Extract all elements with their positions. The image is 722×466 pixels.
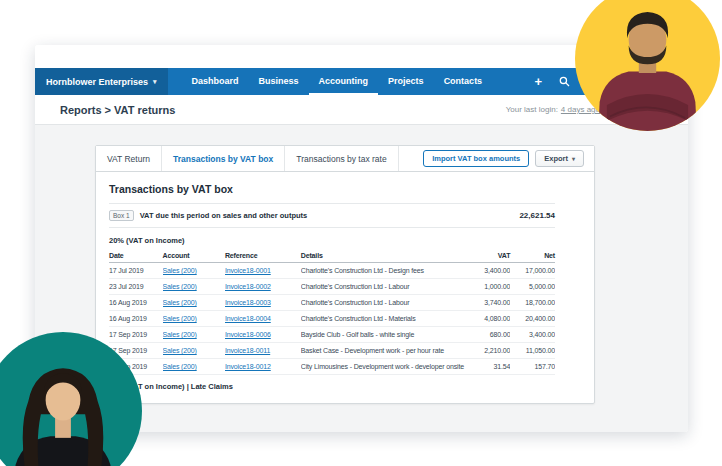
- cell-date: 23 Jul 2019: [109, 279, 163, 295]
- cell-net: 17,000.00: [510, 263, 555, 279]
- cell-net: 20,400.00: [510, 311, 555, 327]
- cell-reference: Invoice18-0011: [225, 343, 301, 359]
- tab-bar: VAT Return Transactions by VAT box Trans…: [96, 146, 594, 172]
- late-claims-heading: 20% (VAT on Income) | Late Claims: [109, 382, 555, 391]
- column-header-date: Date: [109, 248, 163, 263]
- table-row: 23 Jul 2019Sales (200)Invoice18-0002Char…: [109, 279, 555, 295]
- search-button[interactable]: [559, 76, 570, 87]
- cell-reference: Invoice18-0012: [225, 359, 301, 375]
- search-icon: [559, 76, 570, 87]
- cell-net: 157.70: [510, 359, 555, 375]
- column-header-account: Account: [163, 248, 225, 263]
- cell-vat: 1,000.00: [470, 279, 510, 295]
- last-login: Your last login:4 days ago: [506, 105, 600, 114]
- vat-table-body: 17 Jul 2019Sales (200)Invoice18-0001Char…: [109, 263, 555, 375]
- last-login-label: Your last login:: [506, 105, 558, 114]
- column-header-reference: Reference: [225, 248, 301, 263]
- import-vat-box-amounts-button[interactable]: Import VAT box amounts: [423, 150, 529, 167]
- cell-date: 17 Jul 2019: [109, 263, 163, 279]
- box-label: VAT due this period on sales and other o…: [140, 211, 308, 220]
- cell-net: 11,050.00: [510, 343, 555, 359]
- account-link[interactable]: Sales (200): [163, 331, 197, 338]
- nav-item-accounting[interactable]: Accounting: [309, 68, 379, 95]
- nav-item-projects[interactable]: Projects: [378, 68, 434, 95]
- tab-transactions-by-tax-rate[interactable]: Transactions by tax rate: [285, 146, 398, 171]
- table-header-row: Date Account Reference Details VAT Net: [109, 248, 555, 263]
- cell-account: Sales (200): [163, 279, 225, 295]
- table-row: 16 Aug 2019Sales (200)Invoice18-0003Char…: [109, 295, 555, 311]
- cell-reference: Invoice18-0003: [225, 295, 301, 311]
- plus-icon: +: [534, 74, 542, 89]
- cell-details: Bayside Club - Golf balls - white single: [301, 327, 470, 343]
- cell-net: 18,700.00: [510, 295, 555, 311]
- table-row: 17 Jul 2019Sales (200)Invoice18-0001Char…: [109, 263, 555, 279]
- org-switcher[interactable]: Hornblower Enterprises ▾: [35, 68, 168, 95]
- breadcrumb: Reports > VAT returns: [60, 104, 175, 116]
- cell-details: City Limousines - Development work - dev…: [301, 359, 470, 375]
- caret-down-icon: ▾: [572, 155, 575, 162]
- cell-reference: Invoice18-0004: [225, 311, 301, 327]
- cell-account: Sales (200): [163, 359, 225, 375]
- cell-details: Charlotte's Construction Ltd - Labour: [301, 279, 470, 295]
- reference-link[interactable]: Invoice18-0004: [225, 315, 271, 322]
- account-link[interactable]: Sales (200): [163, 299, 197, 306]
- table-row: 17 Sep 2019Sales (200)Invoice18-0006Bays…: [109, 327, 555, 343]
- cell-net: 3,400.00: [510, 327, 555, 343]
- page: Hornblower Enterprises ▾ Dashboard Busin…: [0, 0, 722, 466]
- cell-vat: 2,210.00: [470, 343, 510, 359]
- export-label: Export: [544, 154, 568, 163]
- column-header-vat: VAT: [470, 248, 510, 263]
- account-link[interactable]: Sales (200): [163, 347, 197, 354]
- table-row: 17 Sep 2019Sales (200)Invoice18-0011Bask…: [109, 343, 555, 359]
- cell-vat: 4,080.00: [470, 311, 510, 327]
- report-actions: Import VAT box amounts Export ▾: [423, 146, 594, 171]
- report-card: VAT Return Transactions by VAT box Trans…: [95, 145, 595, 404]
- add-button[interactable]: +: [534, 75, 542, 88]
- nav-item-business[interactable]: Business: [249, 68, 309, 95]
- cell-details: Charlotte's Construction Ltd - Design fe…: [301, 263, 470, 279]
- reference-link[interactable]: Invoice18-0001: [225, 267, 271, 274]
- box-total: 22,621.54: [519, 211, 555, 220]
- reference-link[interactable]: Invoice18-0006: [225, 331, 271, 338]
- transactions-table: Date Account Reference Details VAT Net 1…: [109, 248, 555, 375]
- table-row: 17 Sep 2019Sales (200)Invoice18-0012City…: [109, 359, 555, 375]
- report-title: Transactions by VAT box: [109, 183, 581, 195]
- vat-box-summary-row: Box 1 VAT due this period on sales and o…: [109, 203, 555, 228]
- reference-link[interactable]: Invoice18-0011: [225, 347, 270, 354]
- cell-account: Sales (200): [163, 263, 225, 279]
- column-header-details: Details: [301, 248, 470, 263]
- reference-link[interactable]: Invoice18-0012: [225, 363, 271, 370]
- cell-details: Charlotte's Construction Ltd - Labour: [301, 295, 470, 311]
- cell-vat: 31.54: [470, 359, 510, 375]
- cell-date: 16 Aug 2019: [109, 311, 163, 327]
- tab-transactions-by-vat-box[interactable]: Transactions by VAT box: [162, 146, 285, 171]
- account-link[interactable]: Sales (200): [163, 315, 197, 322]
- cell-net: 5,000.00: [510, 279, 555, 295]
- tab-vat-return[interactable]: VAT Return: [96, 146, 162, 171]
- report-body: Transactions by VAT box Box 1 VAT due th…: [96, 172, 594, 403]
- cell-reference: Invoice18-0001: [225, 263, 301, 279]
- cell-date: 16 Aug 2019: [109, 295, 163, 311]
- tax-rate-section-heading: 20% (VAT on Income): [109, 236, 555, 245]
- account-link[interactable]: Sales (200): [163, 363, 197, 370]
- cell-vat: 3,740.00: [470, 295, 510, 311]
- table-row: 16 Aug 2019Sales (200)Invoice18-0004Char…: [109, 311, 555, 327]
- org-name: Hornblower Enterprises: [46, 77, 148, 87]
- reference-link[interactable]: Invoice18-0002: [225, 283, 271, 290]
- nav-item-contacts[interactable]: Contacts: [434, 68, 493, 95]
- column-header-net: Net: [510, 248, 555, 263]
- nav-item-dashboard[interactable]: Dashboard: [182, 68, 249, 95]
- report-content: Box 1 VAT due this period on sales and o…: [109, 203, 581, 391]
- reference-link[interactable]: Invoice18-0003: [225, 299, 271, 306]
- nav-menu: Dashboard Business Accounting Projects C…: [182, 68, 493, 95]
- cell-account: Sales (200): [163, 311, 225, 327]
- export-button[interactable]: Export ▾: [535, 150, 584, 167]
- account-link[interactable]: Sales (200): [163, 267, 197, 274]
- cell-vat: 3,400.00: [470, 263, 510, 279]
- cell-details: Charlotte's Construction Ltd - Materials: [301, 311, 470, 327]
- cell-vat: 680.00: [470, 327, 510, 343]
- cell-account: Sales (200): [163, 327, 225, 343]
- cell-reference: Invoice18-0006: [225, 327, 301, 343]
- account-link[interactable]: Sales (200): [163, 283, 197, 290]
- cell-details: Basket Case - Development work - per hou…: [301, 343, 470, 359]
